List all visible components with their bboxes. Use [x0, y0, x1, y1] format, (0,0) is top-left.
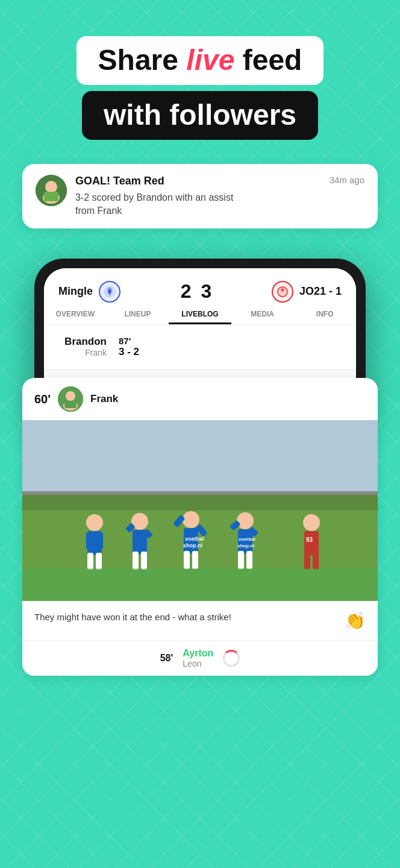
hero-live: live [186, 44, 234, 76]
svg-point-10 [66, 391, 75, 401]
team-left-name: Mingle [58, 285, 93, 298]
svg-rect-25 [133, 552, 139, 570]
tab-lineup[interactable]: LINEUP [107, 310, 169, 324]
team-left-badge [99, 281, 120, 303]
entry-minute-1: 87' [119, 336, 342, 346]
notification-time: 34m ago [330, 175, 364, 185]
svg-rect-16 [22, 491, 378, 495]
feed-image: voetbal shop.nl voetbal shop.nl 9 [22, 420, 378, 601]
svg-rect-49 [313, 553, 319, 570]
svg-rect-21 [86, 532, 93, 549]
next-minute: 58' [160, 653, 173, 664]
team-right: JO21 - 1 [272, 281, 342, 303]
avatar [36, 175, 67, 206]
svg-rect-50 [22, 568, 378, 601]
svg-point-29 [183, 511, 199, 528]
svg-rect-34 [192, 551, 198, 569]
svg-point-37 [237, 512, 254, 529]
tab-overview[interactable]: OVERVIEW [44, 310, 107, 324]
caption-text: They might have won it at the end - what… [34, 611, 345, 624]
svg-rect-20 [96, 553, 102, 570]
match-header: Mingle 2 3 [44, 268, 356, 303]
loading-spinner [223, 650, 240, 667]
score-left: 2 [181, 280, 192, 303]
svg-text:93: 93 [306, 536, 313, 543]
next-player-name: Ayrton [183, 648, 213, 659]
svg-text:shop.nl: shop.nl [237, 543, 254, 549]
next-entry: 58' Ayrton Leon [22, 640, 378, 676]
feed-avatar [58, 386, 83, 412]
feed-player-name: Frank [90, 393, 118, 405]
score-right: 3 [201, 280, 211, 303]
team-left: Mingle [58, 281, 120, 303]
svg-point-1 [45, 181, 57, 193]
hero-line1: Share live feed [77, 36, 324, 85]
live-feed-card: 60' Frank [22, 378, 378, 676]
svg-rect-3 [44, 192, 58, 201]
hero-prefix: Share [98, 44, 187, 76]
notification-card: GOAL! Team Red 34m ago 3-2 scored by Bra… [22, 164, 378, 229]
clap-icon: 👏 [345, 611, 366, 631]
notification-body: 3-2 scored by Brandon with an assist fro… [75, 191, 364, 218]
entry-right-1: 87' 3 - 2 [119, 336, 342, 358]
avatar-image [36, 175, 67, 206]
svg-rect-48 [304, 553, 310, 570]
tab-liveblog[interactable]: LIVEBLOG [169, 310, 231, 324]
soccer-scene-svg: voetbal shop.nl voetbal shop.nl 9 [22, 420, 378, 601]
svg-rect-22 [96, 532, 103, 549]
hero-section: Share live feed with followers [77, 36, 324, 140]
tab-media[interactable]: MEDIA [231, 310, 294, 324]
hero-suffix: feed [234, 44, 302, 76]
svg-text:voetbal: voetbal [185, 536, 204, 542]
svg-rect-26 [141, 552, 147, 570]
next-player-info: Ayrton Leon [183, 648, 213, 668]
svg-rect-33 [184, 551, 190, 569]
svg-point-8 [281, 288, 284, 292]
svg-rect-41 [238, 551, 244, 569]
hero-line2: with followers [82, 91, 318, 140]
svg-point-5 [108, 290, 111, 294]
svg-rect-46 [304, 531, 319, 555]
svg-text:voetbal: voetbal [239, 536, 255, 542]
entry-left-1: Brandon Frank [58, 336, 119, 357]
notification-content: GOAL! Team Red 34m ago 3-2 scored by Bra… [75, 175, 364, 218]
next-assist-name: Leon [183, 659, 201, 668]
team-right-name: JO21 - 1 [299, 285, 342, 298]
score-display: 2 3 [181, 280, 212, 303]
feed-caption: They might have won it at the end - what… [22, 601, 378, 640]
svg-point-17 [86, 514, 103, 531]
notification-header: GOAL! Team Red 34m ago [75, 175, 364, 187]
tab-bar: OVERVIEW LINEUP LIVEBLOG MEDIA INFO [44, 303, 356, 325]
notif-body-line1: 3-2 scored by Brandon with an assist [75, 192, 233, 203]
player-name-1: Brandon [58, 336, 107, 348]
svg-rect-12 [64, 401, 77, 408]
tab-info[interactable]: INFO [293, 310, 356, 324]
assist-name-1: Frank [58, 348, 107, 357]
svg-point-45 [303, 514, 320, 531]
notif-body-line2: from Frank [75, 206, 122, 216]
feed-header: 60' Frank [22, 378, 378, 420]
liveblog-entry-1: Brandon Frank 87' 3 - 2 [44, 325, 356, 370]
entry-score-1: 3 - 2 [119, 346, 342, 358]
svg-rect-19 [87, 553, 93, 570]
svg-rect-42 [246, 551, 252, 569]
svg-text:shop.nl: shop.nl [183, 542, 202, 549]
team-right-badge [272, 281, 293, 303]
feed-minute: 60' [34, 392, 51, 406]
notification-title: GOAL! Team Red [75, 175, 164, 187]
